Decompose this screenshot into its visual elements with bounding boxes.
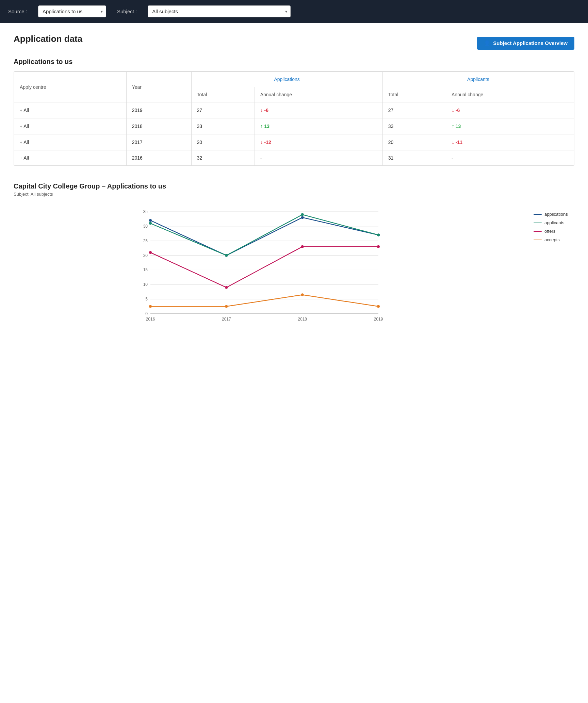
chart-area: 051015202530352016201720182019 [14,205,525,342]
legend-item: applications [534,212,574,217]
legend-item: offers [534,229,574,234]
table-row: + All201927↓ -627↓ -6 [14,102,574,118]
change-arrow-icon: ↑ [452,123,454,129]
change-value: 13 [264,124,270,129]
legend-label: offers [544,229,555,234]
cell-appl-annual-change: ↑ 13 [446,118,574,134]
svg-text:2018: 2018 [298,317,307,322]
chart-legend: applications applicants offers accepts [534,205,574,242]
legend-line-icon [534,231,542,232]
cell-app-total: 32 [191,150,255,166]
svg-text:10: 10 [143,282,148,287]
cell-app-annual-change: - [255,150,382,166]
svg-text:2016: 2016 [146,317,155,322]
col-year: Year [126,72,191,102]
applications-table-wrapper: Apply centre Year Applications Applicant… [14,71,574,166]
cell-app-total: 33 [191,118,255,134]
legend-line-icon [534,223,542,223]
cell-appl-total: 20 [382,134,446,150]
svg-point-32 [377,245,380,248]
svg-point-30 [225,286,228,289]
svg-point-36 [377,305,380,308]
cell-apply-centre: + All [14,118,127,134]
svg-point-21 [149,219,152,222]
expand-icon[interactable]: + [20,156,23,161]
cell-apply-centre: + All [14,102,127,118]
chart-subtitle: Subject: All subjects [14,192,574,197]
main-content: Application data 👤 Subject Applications … [0,23,588,353]
expand-icon[interactable]: + [20,108,23,113]
svg-point-29 [149,251,152,254]
cell-appl-total: 31 [382,150,446,166]
chart-section: Capital City College Group – Application… [14,182,574,342]
svg-point-31 [301,245,304,248]
legend-label: accepts [544,237,560,242]
subject-select-wrapper: All subjects Business Computing ▾ [148,5,291,17]
source-select[interactable]: Applications to us Applications from us [38,5,106,17]
top-bar: Source : Applications to us Applications… [0,0,588,23]
svg-text:0: 0 [145,311,148,316]
cell-app-total: 27 [191,102,255,118]
change-value: -6 [264,108,268,113]
change-arrow-icon: ↓ [260,139,263,145]
col-applicants-group: Applicants [382,72,574,87]
page-title: Application data [14,34,82,44]
svg-text:35: 35 [143,209,148,214]
svg-point-25 [149,222,152,225]
svg-point-35 [301,293,304,296]
cell-year: 2019 [126,102,191,118]
cell-app-annual-change: ↓ -12 [255,134,382,150]
col-appl-annual-change: Annual change [446,87,574,102]
legend-label: applications [544,212,568,217]
applications-table: Apply centre Year Applications Applicant… [14,71,574,166]
legend-label: applicants [544,220,565,225]
svg-text:5: 5 [145,297,148,301]
change-arrow-icon: ↓ [452,107,454,113]
svg-point-27 [301,213,304,216]
change-arrow-icon: ↑ [260,123,263,129]
page-header: Application data 👤 Subject Applications … [14,34,574,52]
col-apply-centre: Apply centre [14,72,127,102]
person-icon: 👤 [484,40,490,46]
svg-point-28 [377,234,380,236]
col-app-annual-change: Annual change [255,87,382,102]
cell-year: 2017 [126,134,191,150]
cell-year: 2016 [126,150,191,166]
change-value: 13 [456,124,461,129]
cell-apply-centre: + All [14,150,127,166]
svg-point-34 [225,305,228,308]
legend-line-icon [534,240,542,240]
subject-label: Subject : [117,9,137,14]
svg-text:20: 20 [143,253,148,258]
cell-year: 2018 [126,118,191,134]
svg-point-26 [225,254,228,257]
cell-appl-total: 33 [382,118,446,134]
chart-container: 051015202530352016201720182019 applicati… [14,205,574,342]
section-title: Applications to us [14,58,574,66]
cell-app-annual-change: ↓ -6 [255,102,382,118]
cell-appl-annual-change: ↓ -11 [446,134,574,150]
svg-text:30: 30 [143,224,148,229]
table-row: + All201632-31- [14,150,574,166]
legend-line-icon [534,214,542,215]
cell-app-total: 20 [191,134,255,150]
subject-applications-overview-button[interactable]: 👤 Subject Applications Overview [477,37,574,50]
table-row: + All201833↑ 1333↑ 13 [14,118,574,134]
subject-select[interactable]: All subjects Business Computing [148,5,291,17]
expand-icon[interactable]: + [20,140,23,145]
svg-text:25: 25 [143,239,148,243]
col-applications-group: Applications [191,72,382,87]
svg-text:15: 15 [143,267,148,272]
change-value: -12 [264,140,271,145]
cell-appl-annual-change: - [446,150,574,166]
expand-icon[interactable]: + [20,124,23,129]
chart-title: Capital City College Group – Application… [14,182,574,190]
change-value: -6 [456,108,460,113]
col-app-total: Total [191,87,255,102]
svg-text:2019: 2019 [374,317,383,322]
legend-item: accepts [534,237,574,242]
table-row: + All201720↓ -1220↓ -11 [14,134,574,150]
cell-appl-annual-change: ↓ -6 [446,102,574,118]
chart-svg: 051015202530352016201720182019 [14,205,525,341]
legend-item: applicants [534,220,574,225]
